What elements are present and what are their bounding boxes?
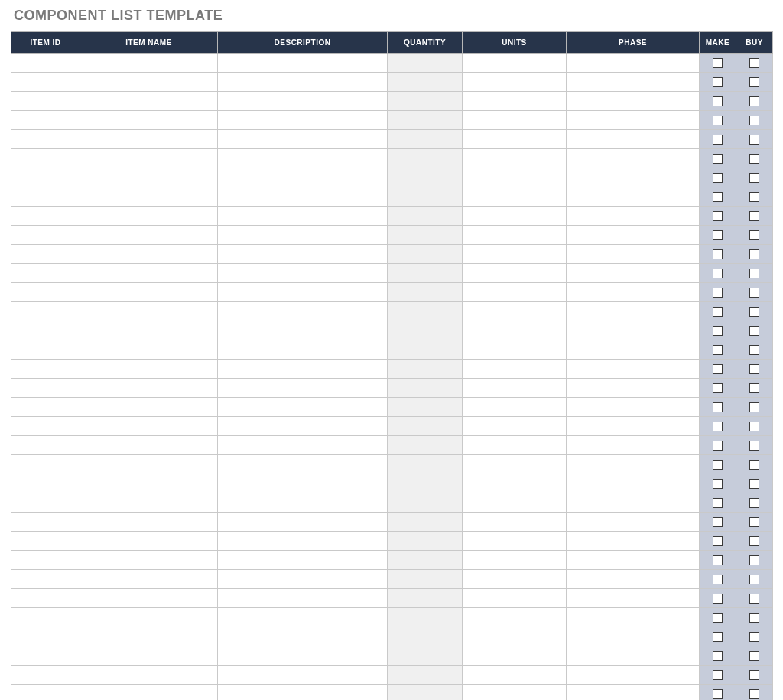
cell-item-name[interactable] [80,474,218,493]
cell-units[interactable] [463,513,567,532]
cell-quantity[interactable] [388,360,463,379]
cell-item-name[interactable] [80,436,218,455]
cell-description[interactable] [218,532,388,551]
cell-description[interactable] [218,54,388,73]
cell-phase[interactable] [567,302,700,321]
cell-item-id[interactable] [11,589,80,608]
cell-quantity[interactable] [388,168,463,187]
cell-quantity[interactable] [388,302,463,321]
cell-quantity[interactable] [388,627,463,646]
cell-item-name[interactable] [80,92,218,111]
cell-item-id[interactable] [11,207,80,226]
cell-units[interactable] [463,608,567,627]
cell-quantity[interactable] [388,685,463,701]
cell-description[interactable] [218,417,388,436]
make-checkbox[interactable] [713,307,723,317]
cell-item-id[interactable] [11,54,80,73]
cell-quantity[interactable] [388,417,463,436]
buy-checkbox[interactable] [749,536,759,546]
buy-checkbox[interactable] [749,402,759,412]
cell-description[interactable] [218,92,388,111]
cell-item-name[interactable] [80,130,218,149]
cell-item-id[interactable] [11,666,80,685]
cell-units[interactable] [463,340,567,360]
make-checkbox[interactable] [713,536,723,546]
cell-phase[interactable] [567,226,700,245]
make-checkbox[interactable] [713,230,723,240]
cell-item-id[interactable] [11,627,80,646]
cell-units[interactable] [463,321,567,340]
make-checkbox[interactable] [713,632,723,642]
buy-checkbox[interactable] [749,670,759,680]
cell-item-id[interactable] [11,436,80,455]
cell-item-id[interactable] [11,302,80,321]
cell-phase[interactable] [567,149,700,168]
cell-item-name[interactable] [80,283,218,302]
cell-item-name[interactable] [80,149,218,168]
make-checkbox[interactable] [713,575,723,584]
cell-units[interactable] [463,474,567,493]
cell-item-id[interactable] [11,532,80,551]
cell-item-id[interactable] [11,149,80,168]
make-checkbox[interactable] [713,479,723,489]
make-checkbox[interactable] [713,498,723,508]
cell-units[interactable] [463,589,567,608]
cell-phase[interactable] [567,360,700,379]
cell-description[interactable] [218,321,388,340]
cell-phase[interactable] [567,283,700,302]
buy-checkbox[interactable] [749,364,759,374]
cell-item-name[interactable] [80,417,218,436]
cell-units[interactable] [463,187,567,207]
cell-item-name[interactable] [80,646,218,666]
make-checkbox[interactable] [713,326,723,336]
make-checkbox[interactable] [713,517,723,527]
cell-item-id[interactable] [11,264,80,283]
cell-item-id[interactable] [11,398,80,417]
cell-quantity[interactable] [388,264,463,283]
cell-item-id[interactable] [11,417,80,436]
cell-quantity[interactable] [388,570,463,589]
cell-item-id[interactable] [11,570,80,589]
cell-phase[interactable] [567,73,700,92]
cell-units[interactable] [463,398,567,417]
cell-item-name[interactable] [80,493,218,513]
make-checkbox[interactable] [713,383,723,393]
buy-checkbox[interactable] [749,517,759,527]
cell-quantity[interactable] [388,207,463,226]
cell-item-id[interactable] [11,551,80,570]
cell-units[interactable] [463,168,567,187]
cell-units[interactable] [463,417,567,436]
cell-description[interactable] [218,379,388,398]
make-checkbox[interactable] [713,77,723,87]
cell-item-id[interactable] [11,646,80,666]
buy-checkbox[interactable] [749,173,759,183]
cell-description[interactable] [218,551,388,570]
cell-units[interactable] [463,283,567,302]
cell-description[interactable] [218,360,388,379]
cell-quantity[interactable] [388,493,463,513]
cell-item-name[interactable] [80,245,218,264]
cell-units[interactable] [463,570,567,589]
cell-item-name[interactable] [80,360,218,379]
buy-checkbox[interactable] [749,326,759,336]
cell-item-name[interactable] [80,455,218,474]
cell-units[interactable] [463,207,567,226]
cell-item-name[interactable] [80,666,218,685]
buy-checkbox[interactable] [749,116,759,125]
buy-checkbox[interactable] [749,96,759,106]
cell-item-id[interactable] [11,283,80,302]
cell-quantity[interactable] [388,321,463,340]
cell-description[interactable] [218,646,388,666]
cell-item-id[interactable] [11,130,80,149]
cell-units[interactable] [463,646,567,666]
cell-item-id[interactable] [11,168,80,187]
cell-phase[interactable] [567,340,700,360]
cell-item-id[interactable] [11,608,80,627]
cell-description[interactable] [218,302,388,321]
cell-item-id[interactable] [11,111,80,130]
cell-phase[interactable] [567,321,700,340]
cell-description[interactable] [218,111,388,130]
cell-item-id[interactable] [11,321,80,340]
cell-phase[interactable] [567,666,700,685]
cell-units[interactable] [463,302,567,321]
